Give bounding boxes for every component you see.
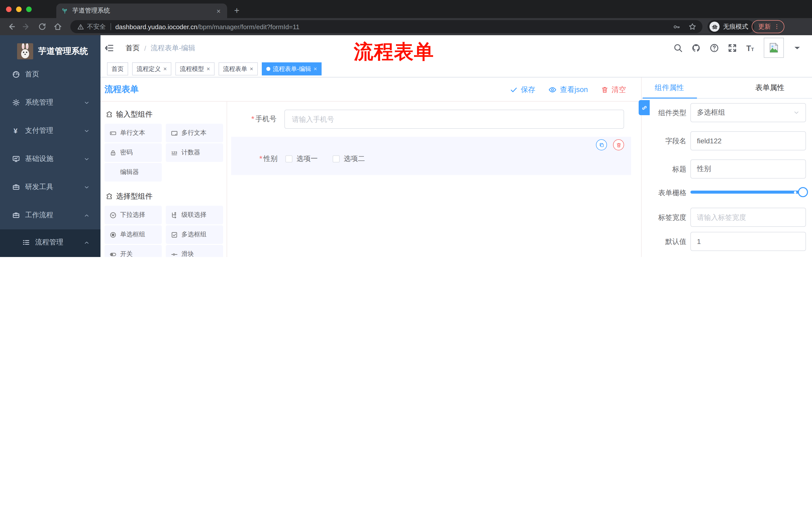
phone-input[interactable] [284, 110, 624, 129]
fullscreen-icon[interactable] [728, 43, 737, 53]
sidebar: 芋道管理系统 首页系统管理¥支付管理基础设施研发工具工作流程流程管理流程表单用户… [0, 35, 100, 257]
phone-field[interactable] [284, 110, 624, 129]
delete-component-button[interactable] [613, 139, 624, 151]
svg-text:123: 123 [171, 151, 177, 154]
panel-link-handle[interactable] [639, 100, 650, 115]
avatar[interactable] [764, 38, 784, 58]
chevron-up-icon [84, 213, 89, 218]
sidebar-item-首页[interactable]: 首页 [0, 60, 100, 88]
required-asterisk: * [259, 154, 262, 163]
tag-close-icon[interactable]: × [163, 65, 167, 73]
component-item-label: 开关 [120, 250, 133, 257]
checkbox-icon[interactable] [285, 155, 292, 162]
browser-tab[interactable]: 芋道管理系统 × [56, 3, 227, 18]
component-type-select[interactable]: 多选框组 [690, 103, 806, 122]
component-item-单行文本[interactable]: 单行文本 [105, 124, 162, 142]
broken-image-icon [768, 42, 779, 53]
component-item-级联选择[interactable]: 级联选择 [166, 206, 223, 224]
github-icon[interactable] [691, 43, 701, 53]
tag-流程表单-编辑[interactable]: 流程表单-编辑× [262, 62, 322, 76]
tab-form-props[interactable]: 表单属性 [752, 77, 787, 98]
view-json-button[interactable]: 查看json [548, 85, 588, 94]
component-item-下拉选择[interactable]: 下拉选择 [105, 206, 162, 224]
search-icon[interactable] [673, 43, 683, 53]
component-item-开关[interactable]: 开关 [105, 245, 162, 257]
sidebar-item-流程表单[interactable]: 流程表单 [0, 255, 100, 257]
slider-track[interactable] [690, 191, 805, 194]
sidebar-item-工作流程[interactable]: 工作流程 [0, 201, 100, 229]
sidebar-item-label: 首页 [25, 70, 39, 79]
toolbox-icon [12, 211, 20, 219]
incognito-icon [711, 23, 718, 30]
slider-handle[interactable] [798, 187, 808, 197]
password-key-icon[interactable] [673, 23, 680, 30]
tag-流程表单[interactable]: 流程表单× [219, 62, 258, 76]
label-width-input[interactable] [690, 208, 806, 227]
font-size-icon[interactable]: TT [746, 43, 755, 53]
title-input[interactable] [690, 159, 806, 179]
default-value-input[interactable] [690, 232, 806, 251]
avatar-caret-icon[interactable] [792, 43, 802, 53]
reload-icon[interactable] [38, 22, 47, 31]
update-button[interactable]: 更新 [752, 20, 784, 33]
designer-toolbar: 流程表单 保存 查看json 清空 [100, 77, 641, 102]
form-canvas: * 手机号 * 性别 选项一 选项二 [227, 102, 641, 257]
warning-icon [77, 23, 84, 30]
browser-tabstrip: 芋道管理系统 × + [0, 0, 812, 18]
gender-option-1[interactable]: 选项一 [285, 154, 318, 163]
props-panel: 组件属性 表单属性 组件类型 多选框组 字段名 标题 表单栅格 [641, 77, 812, 257]
bookmark-star-icon[interactable] [688, 23, 696, 31]
tag-close-icon[interactable]: × [206, 65, 210, 73]
clear-button[interactable]: 清空 [601, 85, 626, 94]
new-tab-button[interactable]: + [234, 4, 239, 17]
component-item-多选框组[interactable]: 多选框组 [166, 225, 223, 244]
tag-close-icon[interactable]: × [250, 65, 253, 73]
copy-component-button[interactable] [596, 139, 607, 151]
address-bar[interactable]: 不安全 dashboard.yudao.iocoder.cn/bpm/manag… [70, 20, 702, 33]
selected-component-gender[interactable]: * 性别 选项一 选项二 [231, 137, 631, 175]
tab-component-props[interactable]: 组件属性 [652, 77, 687, 98]
security-label[interactable]: 不安全 [87, 22, 106, 31]
sidebar-item-基础设施[interactable]: 基础设施 [0, 145, 100, 173]
sidebar-item-label: 流程管理 [35, 238, 63, 247]
sidebar-item-label: 研发工具 [25, 183, 53, 192]
browser-menu-icon[interactable] [774, 24, 780, 30]
browser-chrome: 芋道管理系统 × + 不安全 dashboard.yudao.iocoder.c… [0, 0, 812, 35]
home-icon[interactable] [53, 22, 62, 31]
sidebar-item-支付管理[interactable]: ¥支付管理 [0, 117, 100, 145]
sidebar-item-系统管理[interactable]: 系统管理 [0, 88, 100, 117]
sidebar-item-label: 支付管理 [25, 126, 53, 135]
sidebar-item-研发工具[interactable]: 研发工具 [0, 173, 100, 201]
component-item-滑块[interactable]: 滑块 [166, 245, 223, 257]
tag-流程定义[interactable]: 流程定义× [132, 62, 171, 76]
field-name-input[interactable] [690, 131, 806, 151]
window-close-button[interactable] [6, 6, 11, 12]
form-grid-label: 表单栅格 [642, 189, 686, 198]
gender-option-2[interactable]: 选项二 [332, 154, 365, 163]
component-item-编辑器[interactable]: 编辑器 [105, 163, 162, 182]
tag-close-icon[interactable]: × [314, 65, 317, 73]
save-button[interactable]: 保存 [510, 85, 535, 94]
sidebar-fold-icon[interactable] [105, 43, 114, 53]
help-icon[interactable] [709, 43, 719, 53]
component-item-单选框组[interactable]: 单选框组 [105, 225, 162, 244]
sidebar-item-流程管理[interactable]: 流程管理 [0, 229, 100, 255]
tag-流程模型[interactable]: 流程模型× [175, 62, 214, 76]
window-zoom-button[interactable] [26, 6, 32, 12]
component-item-多行文本[interactable]: 多行文本 [166, 124, 223, 142]
component-item-计数器[interactable]: 123计数器 [166, 143, 223, 162]
breadcrumb-home[interactable]: 首页 [126, 44, 140, 53]
tab-close-icon[interactable]: × [215, 7, 222, 15]
form-grid-slider[interactable] [690, 183, 806, 202]
back-icon[interactable] [6, 22, 16, 31]
section-header: 选择型组件 [106, 192, 223, 201]
tag-首页[interactable]: 首页 [107, 62, 128, 76]
forward-icon[interactable] [22, 22, 31, 31]
svg-text:¥: ¥ [13, 127, 18, 135]
tag-label: 流程模型 [180, 64, 204, 73]
component-item-密码[interactable]: 密码 [105, 143, 162, 162]
divider [110, 23, 111, 30]
checkbox-icon[interactable] [332, 155, 340, 162]
component-item-label: 滑块 [181, 250, 194, 257]
window-minimize-button[interactable] [16, 6, 22, 12]
